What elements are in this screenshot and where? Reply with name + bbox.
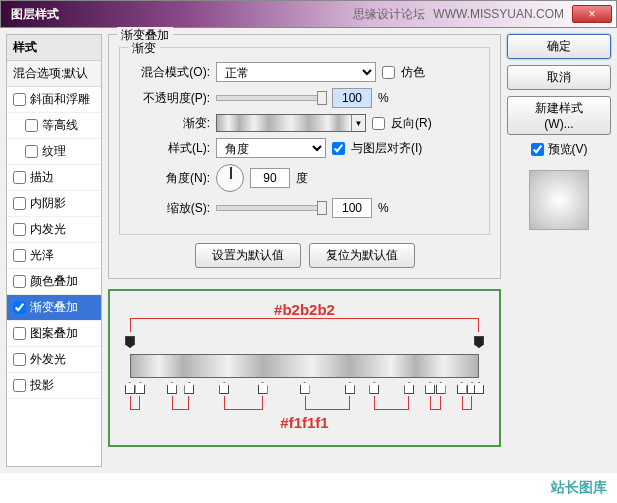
right-buttons: 确定 取消 新建样式(W)... 预览(V) (507, 34, 611, 467)
cancel-button[interactable]: 取消 (507, 65, 611, 90)
color-stop[interactable] (125, 382, 135, 394)
gradient-row: 渐变: ▼ 反向(R) (130, 114, 479, 132)
opacity-input[interactable] (332, 88, 372, 108)
pct-label: % (378, 91, 389, 105)
dither-label: 仿色 (401, 64, 425, 81)
reset-default-button[interactable]: 复位为默认值 (309, 243, 415, 268)
top-color-label: #b2b2b2 (124, 301, 485, 318)
color-stop[interactable] (404, 382, 414, 394)
make-default-button[interactable]: 设置为默认值 (195, 243, 301, 268)
angle-unit: 度 (296, 170, 308, 187)
color-stop[interactable] (184, 382, 194, 394)
color-stop[interactable] (300, 382, 310, 394)
opacity-label: 不透明度(P): (130, 90, 210, 107)
style-label: 图案叠加 (30, 325, 78, 342)
style-item-描边[interactable]: 描边 (7, 165, 101, 191)
styles-header[interactable]: 样式 (7, 35, 101, 61)
gradient-subgroup: 渐变 混合模式(O): 正常 仿色 不透明度(P): % 渐变: ▼ (119, 47, 490, 235)
style-checkbox[interactable] (13, 197, 26, 210)
reverse-label: 反向(R) (391, 115, 432, 132)
style-checkbox[interactable] (13, 171, 26, 184)
blend-mode-row: 混合模式(O): 正常 仿色 (130, 62, 479, 82)
style-checkbox[interactable] (13, 379, 26, 392)
opacity-stop[interactable] (474, 336, 484, 348)
style-item-图案叠加[interactable]: 图案叠加 (7, 321, 101, 347)
watermark-text: 思缘设计论坛 (353, 6, 425, 23)
color-stop[interactable] (436, 382, 446, 394)
preview-checkbox[interactable] (531, 143, 544, 156)
chevron-down-icon[interactable]: ▼ (351, 115, 365, 131)
style-checkbox[interactable] (13, 301, 26, 314)
style-checkbox[interactable] (13, 327, 26, 340)
sub-title: 渐变 (128, 40, 160, 57)
color-stop[interactable] (219, 382, 229, 394)
style-item-内阴影[interactable]: 内阴影 (7, 191, 101, 217)
close-icon: × (588, 7, 595, 21)
reverse-checkbox[interactable] (372, 117, 385, 130)
color-stop[interactable] (258, 382, 268, 394)
scale-row: 缩放(S): % (130, 198, 479, 218)
style-checkbox[interactable] (13, 93, 26, 106)
title-right: 思缘设计论坛 WWW.MISSYUAN.COM × (353, 5, 612, 23)
style-item-内发光[interactable]: 内发光 (7, 217, 101, 243)
color-stop[interactable] (457, 382, 467, 394)
style-item-光泽[interactable]: 光泽 (7, 243, 101, 269)
style-item-渐变叠加[interactable]: 渐变叠加 (7, 295, 101, 321)
styles-list: 样式 混合选项:默认 斜面和浮雕等高线纹理描边内阴影内发光光泽颜色叠加渐变叠加图… (6, 34, 102, 467)
footer-brand: 站长图库 (551, 479, 607, 497)
bottom-color-label: #f1f1f1 (124, 414, 485, 431)
style-label: 内阴影 (30, 195, 66, 212)
color-stop[interactable] (167, 382, 177, 394)
gradient-overlay-group: 渐变叠加 渐变 混合模式(O): 正常 仿色 不透明度(P): % 渐变: (108, 34, 501, 279)
style-item-颜色叠加[interactable]: 颜色叠加 (7, 269, 101, 295)
window-title: 图层样式 (5, 6, 59, 23)
new-style-button[interactable]: 新建样式(W)... (507, 96, 611, 135)
dither-checkbox[interactable] (382, 66, 395, 79)
style-item-等高线[interactable]: 等高线 (7, 113, 101, 139)
opacity-row: 不透明度(P): % (130, 88, 479, 108)
style-item-纹理[interactable]: 纹理 (7, 139, 101, 165)
pct-label-2: % (378, 201, 389, 215)
style-item-斜面和浮雕[interactable]: 斜面和浮雕 (7, 87, 101, 113)
close-button[interactable]: × (572, 5, 612, 23)
gradient-picker[interactable]: ▼ (216, 114, 366, 132)
style-select[interactable]: 角度 (216, 138, 326, 158)
style-item-外发光[interactable]: 外发光 (7, 347, 101, 373)
style-label: 斜面和浮雕 (30, 91, 90, 108)
center-panel: 渐变叠加 渐变 混合模式(O): 正常 仿色 不透明度(P): % 渐变: (108, 34, 501, 467)
style-checkbox[interactable] (13, 275, 26, 288)
style-checkbox[interactable] (13, 249, 26, 262)
angle-input[interactable] (250, 168, 290, 188)
style-checkbox[interactable] (25, 145, 38, 158)
style-label: 光泽 (30, 247, 54, 264)
watermark-url: WWW.MISSYUAN.COM (433, 7, 564, 21)
style-label: 渐变叠加 (30, 299, 78, 316)
opacity-slider[interactable] (216, 95, 326, 101)
scale-input[interactable] (332, 198, 372, 218)
color-stop[interactable] (425, 382, 435, 394)
style-row: 样式(L): 角度 与图层对齐(I) (130, 138, 479, 158)
style-checkbox[interactable] (13, 353, 26, 366)
opacity-stop[interactable] (125, 336, 135, 348)
color-stop[interactable] (369, 382, 379, 394)
scale-label: 缩放(S): (130, 200, 210, 217)
color-stop[interactable] (474, 382, 484, 394)
scale-slider[interactable] (216, 205, 326, 211)
style-item-投影[interactable]: 投影 (7, 373, 101, 399)
dialog-body: 样式 混合选项:默认 斜面和浮雕等高线纹理描边内阴影内发光光泽颜色叠加渐变叠加图… (0, 28, 617, 473)
blend-mode-select[interactable]: 正常 (216, 62, 376, 82)
color-stop[interactable] (345, 382, 355, 394)
align-label: 与图层对齐(I) (351, 140, 422, 157)
align-checkbox[interactable] (332, 142, 345, 155)
angle-row: 角度(N): 度 (130, 164, 479, 192)
angle-dial[interactable] (216, 164, 244, 192)
blend-mode-label: 混合模式(O): (130, 64, 210, 81)
ok-button[interactable]: 确定 (507, 34, 611, 59)
blend-options-header[interactable]: 混合选项:默认 (7, 61, 101, 87)
preview-label: 预览(V) (548, 141, 588, 158)
style-checkbox[interactable] (25, 119, 38, 132)
gradient-annotation: #b2b2b2 #f1f1f1 (108, 289, 501, 447)
title-bar: 图层样式 思缘设计论坛 WWW.MISSYUAN.COM × (0, 0, 617, 28)
color-stop[interactable] (135, 382, 145, 394)
style-checkbox[interactable] (13, 223, 26, 236)
